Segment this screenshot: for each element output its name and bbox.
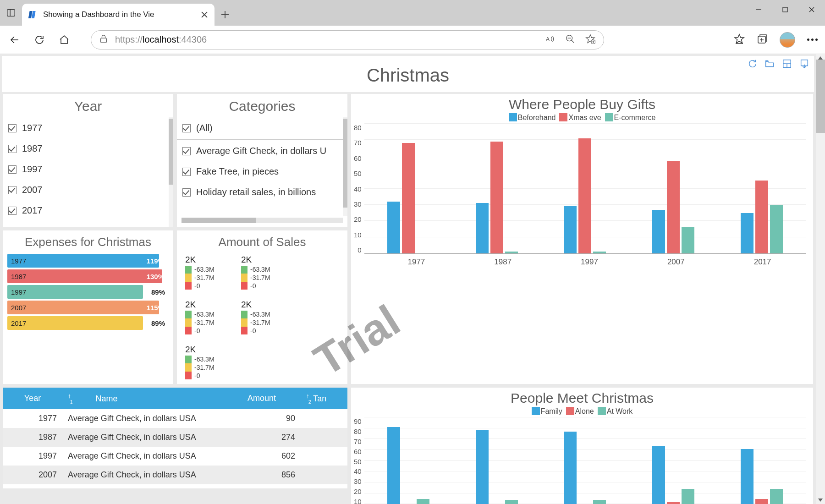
expense-value: 89% — [151, 319, 170, 327]
dashboard-page: Christmas Year 19771987199720072017 Cate… — [0, 54, 816, 504]
sales-card: Amount of Sales 2K-63.3M-31.7M-02K-63.3M… — [177, 230, 347, 384]
sales-gauge: 2K-63.3M-31.7M-0 — [241, 255, 287, 290]
chart-bar — [741, 449, 754, 504]
chart-bar — [578, 138, 591, 253]
checkbox-icon[interactable] — [182, 188, 191, 197]
data-table[interactable]: Year ↑1 Name Amount ↑2 Tan 1977Average G… — [3, 388, 347, 484]
checkbox-icon[interactable] — [8, 145, 16, 153]
checkbox-icon[interactable] — [182, 124, 191, 132]
year-item[interactable]: 1987 — [3, 138, 173, 159]
url-bar[interactable]: https://localhost:44306 A — [91, 30, 604, 49]
new-tab-button[interactable] — [214, 4, 236, 26]
col-tan[interactable]: ↑2 Tan — [301, 388, 347, 409]
more-menu-icon[interactable] — [807, 38, 818, 41]
expense-label: 1997 — [11, 288, 26, 296]
gifts-chart-legend: BeforehandXmas eveE-commerce — [351, 113, 813, 124]
chart-bar — [564, 432, 577, 504]
collections-icon[interactable] — [757, 33, 768, 46]
cat-item[interactable]: Average Gift Check, in dollars U — [177, 141, 347, 161]
svg-rect-13 — [101, 38, 107, 43]
expense-row: 1987130% — [7, 269, 169, 283]
checkbox-icon[interactable] — [182, 147, 191, 155]
col-amount[interactable]: Amount — [223, 388, 301, 409]
checkbox-icon[interactable] — [8, 165, 16, 174]
checkbox-icon[interactable] — [8, 124, 16, 132]
checkbox-icon[interactable] — [8, 186, 16, 194]
profile-avatar[interactable] — [780, 32, 795, 48]
meet-chart-title: People Meet Christmas — [351, 388, 813, 407]
sales-gauge: 2K-63.3M-31.7M-0 — [185, 345, 231, 379]
read-aloud-icon[interactable]: A — [545, 34, 555, 46]
favorites-icon[interactable] — [734, 33, 745, 46]
checkbox-icon[interactable] — [8, 207, 16, 215]
year-item[interactable]: 1977 — [3, 118, 173, 138]
url-text: https://localhost:44306 — [115, 34, 538, 45]
title-bar: Showing a Dashboard in the Vie — [0, 0, 825, 26]
svg-line-16 — [572, 40, 574, 43]
browser-tab[interactable]: Showing a Dashboard in the Vie — [22, 4, 214, 26]
maximize-button[interactable] — [772, 0, 798, 19]
page-v-scrollbar[interactable] — [816, 54, 825, 504]
chart-bar — [417, 499, 429, 504]
year-item[interactable]: 2007 — [3, 180, 173, 200]
year-label: 1977 — [22, 123, 43, 133]
cat-label: Average Gift Check, in dollars U — [196, 146, 326, 156]
year-item[interactable]: 1997 — [3, 159, 173, 180]
dash-layout-icon[interactable] — [782, 59, 792, 71]
zoom-out-icon[interactable] — [565, 34, 575, 46]
expense-row: 1977119% — [7, 254, 169, 268]
gifts-chart-card: Where People Buy Gifts BeforehandXmas ev… — [351, 94, 813, 384]
cat-hscrollbar[interactable] — [182, 218, 343, 223]
chart-bar — [505, 500, 518, 504]
cat-label: Fake Tree, in pieces — [196, 166, 279, 177]
expenses-title: Expenses for Christmas — [3, 230, 173, 252]
sales-title: Amount of Sales — [177, 230, 347, 252]
col-name[interactable]: ↑1 Name — [62, 388, 223, 409]
expense-value: 89% — [151, 288, 170, 296]
meet-plot — [364, 417, 806, 504]
year-scrollbar[interactable] — [169, 117, 173, 227]
col-year[interactable]: Year — [3, 388, 62, 409]
home-button[interactable] — [57, 33, 72, 47]
gauge-value: 2K — [241, 300, 287, 310]
dash-export-icon[interactable] — [799, 59, 809, 71]
sales-gauge: 2K-63.3M-31.7M-0 — [185, 300, 231, 334]
close-window-button[interactable] — [798, 0, 825, 19]
dash-open-icon[interactable] — [764, 59, 775, 71]
checkbox-icon[interactable] — [182, 168, 191, 176]
table-row[interactable]: 1977Average Gift Check, in dollars USA90 — [3, 409, 347, 428]
meet-chart-card: People Meet Christmas FamilyAloneAt Work… — [351, 388, 813, 504]
back-button[interactable] — [7, 33, 22, 47]
minimize-button[interactable] — [745, 0, 772, 19]
sales-gauge: 2K-63.3M-31.7M-0 — [185, 255, 231, 290]
categories-title: Categories — [177, 94, 347, 117]
cat-scrollbar[interactable] — [343, 117, 347, 216]
table-row[interactable]: 1987Average Gift Check, in dollars USA27… — [3, 428, 347, 447]
cat-item-all[interactable]: (All) — [177, 118, 347, 138]
expense-row: 201789% — [7, 316, 169, 330]
chart-bar — [593, 252, 606, 253]
meet-y-axis: 9080706050403020100 — [354, 417, 364, 504]
chart-bar — [387, 427, 400, 504]
expense-value: 115% — [147, 304, 169, 312]
table-row[interactable]: 2007Average Gift Check, in dollars USA85… — [3, 466, 347, 484]
table-row[interactable]: 1997Average Gift Check, in dollars USA60… — [3, 447, 347, 466]
dash-refresh-icon[interactable] — [747, 59, 757, 71]
dashboard-title: Christmas — [2, 56, 814, 92]
favorite-add-icon[interactable] — [585, 34, 595, 46]
gauge-value: 2K — [185, 255, 231, 265]
svg-rect-9 — [783, 7, 787, 12]
year-label: 1987 — [22, 143, 43, 154]
gifts-plot — [364, 124, 806, 254]
gauge-value: 2K — [185, 345, 231, 355]
cat-item[interactable]: Fake Tree, in pieces — [177, 161, 347, 182]
cat-item[interactable]: Holiday retail sales, in billions — [177, 182, 347, 203]
chart-bar — [652, 446, 665, 504]
lock-icon — [99, 34, 108, 45]
data-table-card: Year ↑1 Name Amount ↑2 Tan 1977Average G… — [3, 388, 347, 488]
year-item[interactable]: 2017 — [3, 200, 173, 221]
chart-bar — [490, 142, 503, 253]
close-tab-icon[interactable] — [201, 11, 208, 18]
sidebar-toggle-icon[interactable] — [0, 0, 22, 26]
refresh-button[interactable] — [32, 33, 47, 47]
